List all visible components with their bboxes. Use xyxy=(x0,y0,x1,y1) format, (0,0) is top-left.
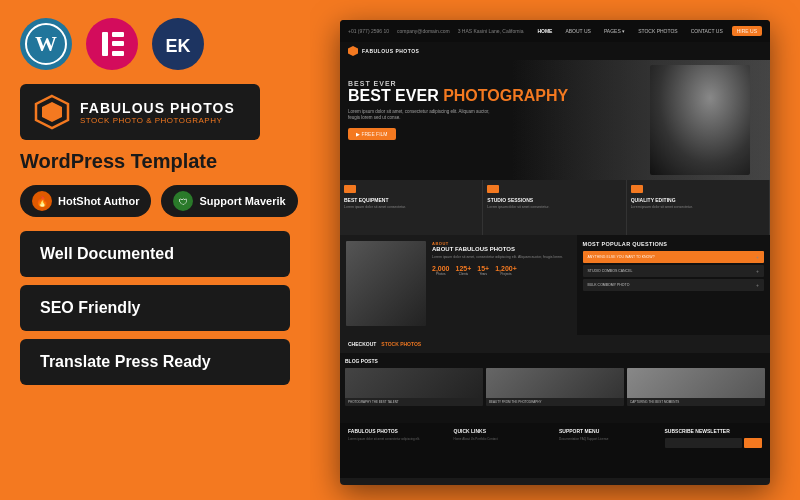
svg-text:W: W xyxy=(35,31,57,56)
question-arrow-2: + xyxy=(756,268,759,274)
shield-icon: 🛡 xyxy=(173,191,193,211)
svg-rect-7 xyxy=(112,51,124,56)
wordpress-template-label: WordPress Template xyxy=(20,150,300,173)
footer-subscribe-btn[interactable] xyxy=(744,438,762,448)
footer-col-2: QUICK LINKS Home About Us Portfolio Cont… xyxy=(454,428,552,473)
blog-post-img-3 xyxy=(627,368,765,398)
hero-description: Lorem ipsum dolor sit amet, consectetur … xyxy=(348,109,498,122)
preview-stock-strip: CHECKOUT STOCK PHOTOS xyxy=(340,335,770,353)
elementskit-icon: EK xyxy=(152,18,204,70)
preview-blog: BLOG POSTS PHOTOGRAPHY THE BEST TALENT B… xyxy=(340,353,770,423)
nav-contact-info: +01 (977) 2596 10 company@domain.com 3 H… xyxy=(348,28,527,34)
stock-accent-label: STOCK PHOTOS xyxy=(381,341,421,347)
question-item-1[interactable]: ANYTHING ELSE YOU WANT TO KNOW? + xyxy=(583,251,765,263)
hero-title-large: BEST EVER xyxy=(348,87,443,104)
right-panel: +01 (977) 2596 10 company@domain.com 3 H… xyxy=(310,0,800,500)
footer-email-input[interactable] xyxy=(665,438,743,448)
preview-hero: BEST EVER BEST EVER PHOTOGRAPHY Lorem ip… xyxy=(340,60,770,180)
preview-nav: +01 (977) 2596 10 company@domain.com 3 H… xyxy=(340,20,770,42)
svg-text:EK: EK xyxy=(165,36,190,56)
author-badges-row: 🔥 HotShot Author 🛡 Support Maverik xyxy=(20,185,300,217)
footer-col-text-1: Lorem ipsum dolor sit amet consectetur a… xyxy=(348,437,446,442)
stat-photos-label: Photos xyxy=(432,272,450,276)
svg-rect-6 xyxy=(112,41,124,46)
stat-clients: 125+ Clients xyxy=(456,265,472,276)
blog-section: BLOG POSTS PHOTOGRAPHY THE BEST TALENT B… xyxy=(340,353,770,423)
preview-header: FABULOUS PHOTOS xyxy=(340,42,770,60)
svg-rect-5 xyxy=(112,32,124,37)
elementor-icon xyxy=(86,18,138,70)
stat-years-number: 15+ xyxy=(477,265,489,272)
preview-footer: FABULOUS PHOTOS Lorem ipsum dolor sit am… xyxy=(340,423,770,478)
feature-title-1: BEST EQUIPMENT xyxy=(344,197,478,203)
hotshot-author-badge[interactable]: 🔥 HotShot Author xyxy=(20,185,151,217)
nav-stock[interactable]: STOCK PHOTOS xyxy=(634,26,682,36)
question-item-3[interactable]: BULK COMBOMY PHOTO + xyxy=(583,279,765,291)
left-panel: W EK FABULOUS PHOTOS STOCK PHOTO & PHOTO… xyxy=(0,0,320,500)
footer-col-title-2: QUICK LINKS xyxy=(454,428,552,434)
blog-post-text-2: BEAUTY FROM THE PHOTOGRAPHY xyxy=(486,398,624,406)
questions-title: MOST POPULAR QUESTIONS xyxy=(583,241,765,247)
question-text-2: STUDIO COMBOS CANCEL xyxy=(588,269,633,273)
support-maverik-label: Support Maverik xyxy=(199,195,285,207)
footer-subscribe-form xyxy=(665,438,763,448)
stat-projects: 1,200+ Projects xyxy=(495,265,517,276)
plugin-icons-row: W EK xyxy=(20,18,300,70)
blog-post-img-2 xyxy=(486,368,624,398)
preview-container: +01 (977) 2596 10 company@domain.com 3 H… xyxy=(340,20,770,485)
nav-contact[interactable]: CONTACT US xyxy=(687,26,727,36)
stat-projects-number: 1,200+ xyxy=(495,265,517,272)
svg-text:🔥: 🔥 xyxy=(36,195,49,208)
stat-clients-label: Clients xyxy=(456,272,472,276)
footer-col-4: SUBSCRIBE NEWSLETTER xyxy=(665,428,763,473)
preview-site: +01 (977) 2596 10 company@domain.com 3 H… xyxy=(340,20,770,485)
theme-badge-title: FABULOUS PHOTOS xyxy=(80,100,235,116)
nav-home[interactable]: HOME xyxy=(533,26,556,36)
preview-about: ABOUT ABOUT FABULOUS PHOTOS Lorem ipsum … xyxy=(340,235,577,335)
stat-projects-label: Projects xyxy=(495,272,517,276)
fire-icon: 🔥 xyxy=(32,191,52,211)
well-documented-btn[interactable]: Well Documented xyxy=(20,231,290,277)
feature-best-equipment: BEST EQUIPMENT Lorem ipsum dolor sit ame… xyxy=(340,180,483,235)
nav-hire-btn[interactable]: HIRE US xyxy=(732,26,762,36)
theme-badge-subtitle: STOCK PHOTO & PHOTOGRAPHY xyxy=(80,116,235,125)
about-stats: 2,000 Photos 125+ Clients 15+ Years xyxy=(432,265,571,276)
question-arrow-1: + xyxy=(756,254,759,260)
seo-friendly-btn[interactable]: SEO Friendly xyxy=(20,285,290,331)
theme-logo-icon xyxy=(34,94,70,130)
footer-col-text-3: Documentation FAQ Support License xyxy=(559,437,657,442)
support-maverik-badge[interactable]: 🛡 Support Maverik xyxy=(161,185,297,217)
nav-email: company@domain.com xyxy=(397,28,450,34)
blog-post-card-1[interactable]: PHOTOGRAPHY THE BEST TALENT xyxy=(345,368,483,406)
theme-badge: FABULOUS PHOTOS STOCK PHOTO & PHOTOGRAPH… xyxy=(20,84,260,140)
feature-desc-2: Lorem ipsum dolor sit amet consectetur. xyxy=(487,205,621,210)
preview-questions: MOST POPULAR QUESTIONS ANYTHING ELSE YOU… xyxy=(577,235,771,335)
stock-checkout-label: CHECKOUT xyxy=(348,341,376,347)
blog-post-img-1 xyxy=(345,368,483,398)
question-item-2[interactable]: STUDIO COMBOS CANCEL + xyxy=(583,265,765,277)
hero-free-film-btn[interactable]: ▶ FREE FILM xyxy=(348,128,396,140)
footer-col-title-1: FABULOUS PHOTOS xyxy=(348,428,446,434)
blog-posts-row: PHOTOGRAPHY THE BEST TALENT BEAUTY FROM … xyxy=(345,368,765,406)
question-arrow-3: + xyxy=(756,282,759,288)
feature-icon-3 xyxy=(631,185,643,193)
header-logo-text: FABULOUS PHOTOS xyxy=(362,48,419,54)
preview-features-strip: BEST EQUIPMENT Lorem ipsum dolor sit ame… xyxy=(340,180,770,235)
nav-about[interactable]: ABOUT US xyxy=(561,26,594,36)
hero-photographer-image xyxy=(650,65,750,175)
feature-desc-1: Lorem ipsum dolor sit amet consectetur. xyxy=(344,205,478,210)
stat-years: 15+ Years xyxy=(477,265,489,276)
feature-title-2: STUDIO SESSIONS xyxy=(487,197,621,203)
footer-col-1: FABULOUS PHOTOS Lorem ipsum dolor sit am… xyxy=(348,428,446,473)
stat-photos: 2,000 Photos xyxy=(432,265,450,276)
blog-post-card-2[interactable]: BEAUTY FROM THE PHOTOGRAPHY xyxy=(486,368,624,406)
nav-pages[interactable]: PAGES ▾ xyxy=(600,26,629,36)
translate-press-btn[interactable]: Translate Press Ready xyxy=(20,339,290,385)
nav-links: HOME ABOUT US PAGES ▾ STOCK PHOTOS CONTA… xyxy=(533,26,762,36)
blog-post-text-1: PHOTOGRAPHY THE BEST TALENT xyxy=(345,398,483,406)
footer-col-text-2: Home About Us Portfolio Contact xyxy=(454,437,552,442)
feature-studio-sessions: STUDIO SESSIONS Lorem ipsum dolor sit am… xyxy=(483,180,626,235)
about-text-col: ABOUT ABOUT FABULOUS PHOTOS Lorem ipsum … xyxy=(432,241,571,329)
feature-title-3: QUIALITY EDITING xyxy=(631,197,765,203)
blog-post-card-3[interactable]: CAPTURING THE BEST MOMENTS xyxy=(627,368,765,406)
